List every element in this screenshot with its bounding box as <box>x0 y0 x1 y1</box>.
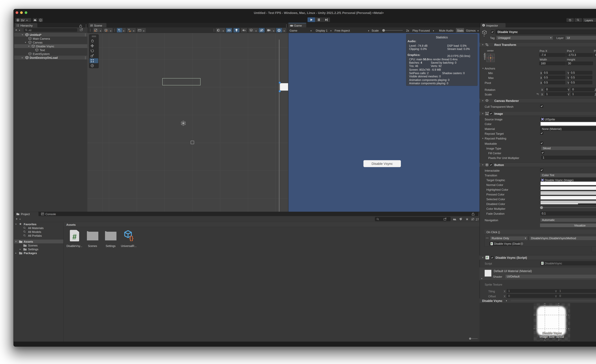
svg-text:Y: Y <box>119 30 120 32</box>
svg-text:p: p <box>40 19 41 21</box>
